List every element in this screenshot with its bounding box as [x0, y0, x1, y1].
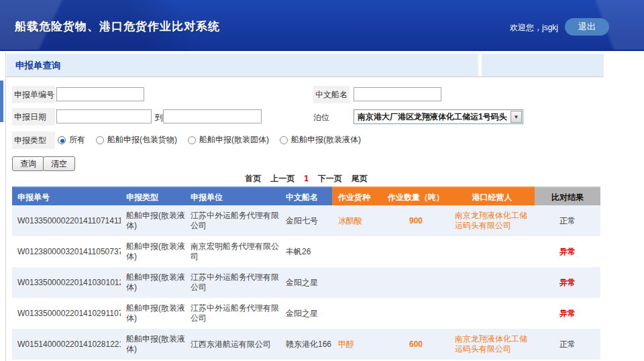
declaration-no-label: 申报单编号	[12, 86, 55, 103]
cell-result: 异常	[535, 278, 600, 288]
table-row: W013350000220141029110742 船舶申报(散装液体) 江苏中…	[12, 298, 600, 329]
col-header-result: 比对结果	[535, 187, 600, 205]
radio-icon[interactable]	[280, 136, 288, 144]
type-label: 申报类型	[12, 132, 55, 149]
page-title: 申报单查询	[15, 60, 61, 72]
pagination-prev[interactable]: 上一页	[270, 173, 294, 185]
cell-type: 船舶申报(散装液体)	[121, 272, 188, 293]
cell-cargo: 甲醇	[332, 340, 382, 350]
cell-declaration-no: W013350000220141107141109	[12, 216, 121, 226]
radio-option-bulk-liquid[interactable]: 船舶申报(散装液体)	[280, 134, 361, 146]
app-window: 船载危险货物、港口危货作业比对系统 欢迎您，jsgkj 退出 申报单查询 申报单…	[0, 0, 644, 361]
radio-option-label: 所有	[69, 134, 85, 146]
cell-declaration-no: W012380000320141105073753	[12, 247, 121, 257]
berth-selected-value: 南京港大厂港区龙翔液体化工储运1号码头	[354, 111, 511, 123]
table-row: W015140000220141028122151 船舶申报(散装液体) 江西东…	[12, 329, 600, 360]
left-border-line	[5, 52, 6, 361]
radio-option-packaged[interactable]: 船舶申报(包装货物)	[96, 134, 177, 146]
cell-result: 正常	[535, 216, 600, 226]
date-label: 申报日期	[12, 108, 55, 125]
cell-operator: 南京龙翔液体化工储运码头有限公司	[449, 211, 535, 231]
cell-type: 船舶申报(散装液体)	[121, 242, 188, 262]
radio-option-label: 船舶申报(包装货物)	[107, 134, 177, 146]
cell-ship: 金阳之星	[283, 278, 332, 288]
cell-result: 正常	[535, 340, 600, 350]
pagination-first[interactable]: 首页	[245, 173, 261, 185]
section-bar-right-segment	[482, 54, 604, 76]
declaration-type-radio-group: 所有 船舶申报(包装货物) 船舶申报(散装固体) 船舶申报(散装液体)	[58, 134, 361, 146]
cell-qty: 600	[382, 340, 449, 350]
cell-result: 异常	[535, 247, 600, 257]
cell-declaration-no: W015140000220141028122151	[12, 340, 121, 350]
cell-cargo: 冰醋酸	[332, 216, 382, 226]
berth-select[interactable]: 南京港大厂港区龙翔液体化工储运1号码头 ▼	[354, 109, 523, 124]
ship-name-input[interactable]	[354, 87, 441, 101]
radio-option-bulk-solid[interactable]: 船舶申报(散装固体)	[188, 134, 269, 146]
cell-type: 船舶申报(散装液体)	[121, 211, 188, 231]
left-accent-strip	[0, 81, 3, 122]
query-button[interactable]: 查询	[12, 156, 44, 171]
table-row: W012380000320141105073753 船舶申报(散装液体) 南京宏…	[12, 236, 600, 267]
date-from-input[interactable]	[56, 109, 152, 123]
clear-button[interactable]: 清空	[43, 156, 75, 171]
cell-type: 船舶申报(散装液体)	[121, 303, 188, 323]
cell-agent: 江西东港航运有限公司	[188, 340, 283, 350]
radio-option-label: 船舶申报(散装固体)	[199, 134, 269, 146]
table-row: W013350000220141030101217 船舶申报(散装液体) 江苏中…	[12, 267, 600, 298]
section-divider	[5, 76, 604, 77]
pagination-current-page: 1	[304, 174, 309, 183]
cell-type: 船舶申报(散装液体)	[121, 334, 188, 354]
cell-agent: 江苏中外运船务代理有限公司	[188, 272, 283, 293]
section-bar: 申报单查询	[7, 54, 478, 76]
results-table: 申报单号 申报类型 申报单位 中文船名 作业货种 作业数量（吨） 港口经营人 比…	[12, 187, 600, 360]
col-header-type: 申报类型	[121, 187, 188, 205]
declaration-no-input[interactable]	[56, 87, 144, 101]
cell-ship: 金阳七号	[283, 216, 332, 226]
top-banner: 船载危险货物、港口危货作业比对系统 欢迎您，jsgkj 退出	[0, 0, 644, 51]
date-to-input[interactable]	[163, 109, 262, 123]
radio-icon[interactable]	[58, 136, 66, 144]
cell-agent: 江苏中外运船务代理有限公司	[188, 303, 283, 323]
chevron-down-icon[interactable]: ▼	[511, 111, 522, 123]
col-header-operator: 港口经营人	[449, 187, 535, 205]
berth-label: 泊位	[313, 112, 329, 123]
radio-option-label: 船舶申报(散装液体)	[291, 134, 361, 146]
cell-ship: 丰帆26	[283, 247, 332, 257]
ship-name-label: 中文船名	[313, 86, 350, 103]
cell-agent: 南京宏明船务代理有限公司	[188, 242, 283, 262]
pagination-last[interactable]: 尾页	[352, 173, 368, 185]
radio-icon[interactable]	[96, 136, 104, 144]
table-row: W013350000220141107141109 船舶申报(散装液体) 江苏中…	[12, 205, 600, 236]
col-header-agent: 申报单位	[188, 187, 283, 205]
cell-operator: 南京龙翔液体化工储运码头有限公司	[449, 334, 535, 354]
cell-qty: 900	[382, 216, 449, 226]
table-header-row: 申报单号 申报类型 申报单位 中文船名 作业货种 作业数量（吨） 港口经营人 比…	[12, 187, 600, 205]
logout-button[interactable]: 退出	[565, 18, 609, 36]
cell-declaration-no: W013350000220141030101217	[12, 278, 121, 288]
date-to-label: 到	[155, 112, 163, 123]
cell-ship: 赣东港化166	[283, 340, 332, 350]
cell-result: 异常	[535, 309, 600, 319]
cell-declaration-no: W013350000220141029110742	[12, 309, 121, 319]
welcome-text: 欢迎您，jsgkj	[510, 22, 558, 34]
col-header-cargo: 作业货种	[332, 187, 382, 205]
pagination: 首页 上一页 1 下一页 尾页	[12, 172, 600, 185]
radio-option-all[interactable]: 所有	[58, 134, 85, 146]
pagination-next[interactable]: 下一页	[318, 173, 342, 185]
col-header-qty: 作业数量（吨）	[382, 187, 449, 205]
radio-icon[interactable]	[188, 136, 196, 144]
app-title: 船载危险货物、港口危货作业比对系统	[15, 19, 220, 34]
cell-agent: 江苏中外运船务代理有限公司	[188, 211, 283, 231]
col-header-ship: 中文船名	[283, 187, 332, 205]
col-header-declaration-no: 申报单号	[12, 187, 121, 205]
cell-ship: 金阳之星	[283, 309, 332, 319]
